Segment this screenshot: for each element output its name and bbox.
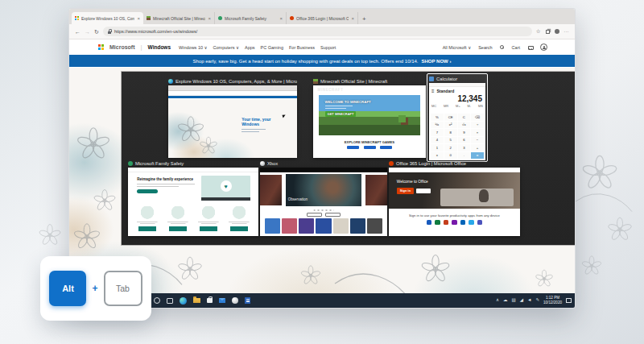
- feature-card: [196, 206, 221, 234]
- alt-tab-item-family-safety[interactable]: Microsoft Family Safety Reimagine the fa…: [128, 160, 258, 236]
- game-tile: [316, 218, 331, 234]
- alt-tab-item-office[interactable]: Office 365 Login | Microsoft Office Welc…: [389, 160, 520, 236]
- back-icon[interactable]: ←: [75, 29, 80, 35]
- hardware-icon[interactable]: [512, 298, 516, 303]
- site-navigation: Microsoft | Windows Windows 10 ∨ Compute…: [69, 39, 575, 55]
- refresh-icon[interactable]: ↻: [94, 29, 99, 35]
- forward-icon[interactable]: →: [85, 29, 90, 35]
- nav-link-support[interactable]: Support: [320, 45, 336, 50]
- feature-card: [134, 206, 160, 234]
- sign-in-button: Sign in: [397, 188, 414, 194]
- alt-tab-item-xbox[interactable]: Xbox Observation: [260, 160, 387, 236]
- cart-label[interactable]: Cart: [512, 45, 520, 50]
- collections-icon[interactable]: [546, 30, 550, 34]
- close-tab-icon[interactable]: ×: [208, 16, 211, 21]
- alt-key: Alt: [49, 271, 86, 306]
- tab-office[interactable]: Office 365 Login | Microsoft Of... ×: [287, 12, 358, 24]
- window-title: Microsoft Family Safety: [135, 161, 184, 166]
- family-safety-heading: Reimagine the family experience: [137, 177, 194, 193]
- file-explorer-icon[interactable]: [193, 298, 200, 304]
- xbox-taskbar-icon[interactable]: [232, 297, 238, 304]
- person-photo: [479, 189, 489, 202]
- alt-tab-item-windows-page[interactable]: Explore Windows 10 OS, Computers, Apps, …: [168, 77, 297, 158]
- network-icon[interactable]: [520, 298, 523, 303]
- thumbnail-minecraft: MINECRAFT WELCOME TO MINECRAFT GET MINEC…: [313, 85, 426, 158]
- shop-now-link[interactable]: SHOP NOW ›: [422, 59, 452, 64]
- action-center-icon[interactable]: [566, 298, 572, 304]
- game-tile: [299, 218, 314, 234]
- brand-name[interactable]: Microsoft: [109, 44, 135, 50]
- cortana-icon[interactable]: [154, 297, 160, 304]
- office-favicon: [290, 16, 294, 20]
- minecraft-welcome: WELCOME TO MINECRAFT GET MINECRAFT: [325, 100, 371, 117]
- thumbnail-xbox: Observation: [260, 168, 387, 236]
- video-frame: Explore Windows 10 OS, Comp... × Minecra…: [0, 0, 644, 344]
- secondary-button: [416, 189, 431, 193]
- minecraft-button: [380, 146, 392, 149]
- window-title: Minecraft Official Site | Minecraft: [320, 79, 387, 84]
- search-icon[interactable]: [500, 45, 505, 50]
- teams-icon: [477, 220, 483, 226]
- minecraft-block: [398, 115, 406, 122]
- minecraft-hero: WELCOME TO MINECRAFT GET MINECRAFT: [319, 95, 420, 135]
- nav-link-for-business[interactable]: For Business: [289, 45, 315, 50]
- office-app-icons: [389, 220, 520, 226]
- nav-link-pc-gaming[interactable]: PC Gaming: [261, 45, 283, 50]
- site-nav-right: All Microsoft ∨ Search Cart: [443, 44, 547, 51]
- xbox-app-nav: [260, 168, 387, 172]
- window-title: Calculator: [436, 77, 457, 81]
- outline-button: [325, 213, 341, 217]
- account-icon[interactable]: [540, 44, 547, 51]
- edge-icon: [168, 79, 173, 84]
- family-safety-icon: [128, 161, 133, 166]
- nav-section-windows[interactable]: Windows: [148, 44, 171, 50]
- calculator-display: 12,345: [429, 93, 485, 103]
- close-tab-icon[interactable]: ×: [137, 16, 140, 21]
- minecraft-button: [347, 146, 359, 149]
- volume-icon[interactable]: [527, 298, 531, 303]
- carousel-side-art: [260, 175, 282, 205]
- show-hidden-icons-icon[interactable]: [496, 298, 499, 303]
- nav-link-computers[interactable]: Computers ∨: [213, 45, 239, 50]
- alt-tab-overlay: Explore Windows 10 OS, Computers, Apps, …: [122, 72, 575, 245]
- cart-icon[interactable]: [527, 45, 533, 50]
- thumbnail-windows-page: Your time, your Windows: [168, 85, 297, 158]
- search-label[interactable]: Search: [478, 45, 492, 50]
- tab-title: Office 365 Login | Microsoft Of...: [296, 16, 349, 21]
- word-taskbar-icon[interactable]: [245, 297, 250, 304]
- onedrive-icon: [469, 220, 474, 226]
- microsoft-store-icon[interactable]: [207, 298, 213, 303]
- close-tab-icon[interactable]: ×: [279, 16, 283, 21]
- taskbar-clock[interactable]: 1:12 PM 10/12/2020: [543, 296, 562, 305]
- profile-avatar[interactable]: [555, 29, 559, 34]
- tab-family-safety[interactable]: Microsoft Family Safety ×: [215, 12, 287, 24]
- new-tab-button[interactable]: +: [362, 15, 366, 23]
- window-title: Explore Windows 10 OS, Computers, Apps, …: [175, 79, 297, 84]
- promo-text: Shop early, save big. Get a head start o…: [193, 59, 419, 64]
- calculator-mode: Standard: [437, 89, 455, 93]
- close-tab-icon[interactable]: ×: [351, 16, 354, 21]
- settings-menu-icon[interactable]: ···: [564, 29, 570, 34]
- alt-tab-item-minecraft[interactable]: Minecraft Official Site | Minecraft MINE…: [313, 77, 426, 158]
- teal-button: [137, 189, 158, 193]
- powerpoint-icon: [444, 220, 449, 226]
- nav-link-windows10[interactable]: Windows 10 ∨: [179, 45, 208, 50]
- video-thumbnail: [201, 176, 251, 201]
- tab-windows[interactable]: Explore Windows 10 OS, Comp... ×: [72, 12, 143, 24]
- task-view-icon[interactable]: [167, 298, 173, 304]
- mail-icon[interactable]: [219, 298, 225, 303]
- onedrive-icon[interactable]: [503, 298, 508, 303]
- all-microsoft-menu[interactable]: All Microsoft ∨: [443, 45, 472, 50]
- minecraft-favicon: [147, 16, 151, 20]
- edge-taskbar-icon[interactable]: [180, 297, 187, 305]
- favorite-icon[interactable]: ☆: [536, 29, 541, 35]
- browser-tab-strip: Explore Windows 10 OS, Comp... × Minecra…: [69, 9, 575, 24]
- windows-ink-icon[interactable]: [535, 298, 539, 303]
- tab-minecraft[interactable]: Minecraft Official Site | Minecraft ×: [143, 12, 215, 24]
- address-bar[interactable]: https://www.microsoft.com/en-us/windows/: [103, 27, 532, 36]
- alt-tab-item-calculator-selected[interactable]: Calculator ≡ Standard 12,345 MCMRM+M-MS …: [427, 73, 488, 162]
- calculator-memory-keys: MCMRM+M-MS: [429, 104, 485, 108]
- nav-link-apps[interactable]: Apps: [245, 45, 255, 50]
- thumbnail-office: Welcome to Office Sign in Sign in to use…: [389, 168, 520, 236]
- onenote-icon: [452, 220, 457, 226]
